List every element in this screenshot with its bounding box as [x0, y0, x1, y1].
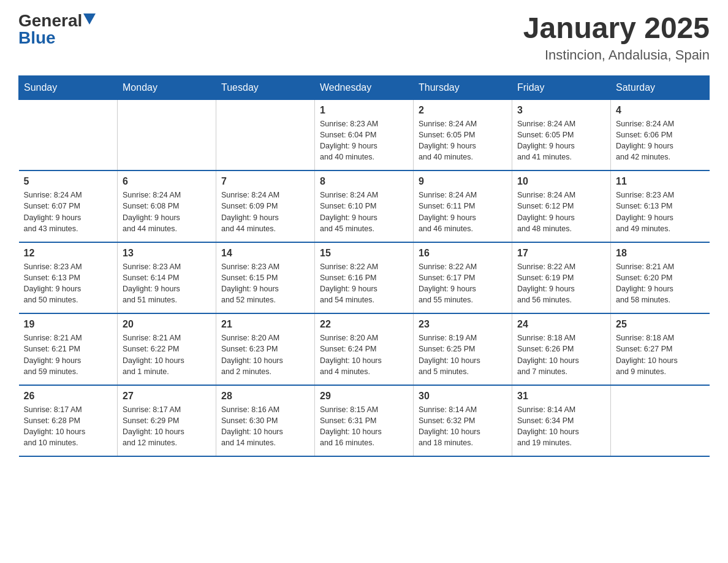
day-info: Sunrise: 8:24 AMSunset: 6:08 PMDaylight:… [123, 190, 211, 234]
day-number: 18 [616, 248, 705, 259]
day-info: Sunrise: 8:15 AMSunset: 6:31 PMDaylight:… [320, 404, 408, 449]
day-info: Sunrise: 8:24 AMSunset: 6:07 PMDaylight:… [24, 190, 113, 234]
calendar-cell: 28Sunrise: 8:16 AMSunset: 6:30 PMDayligh… [216, 385, 315, 457]
day-info: Sunrise: 8:21 AMSunset: 6:21 PMDaylight:… [24, 332, 113, 377]
day-number: 13 [123, 248, 211, 259]
calendar-cell: 27Sunrise: 8:17 AMSunset: 6:29 PMDayligh… [118, 385, 216, 457]
day-number: 16 [419, 248, 507, 259]
day-info: Sunrise: 8:20 AMSunset: 6:23 PMDaylight:… [221, 332, 309, 377]
day-info: Sunrise: 8:23 AMSunset: 6:13 PMDaylight:… [616, 190, 705, 234]
calendar-cell: 31Sunrise: 8:14 AMSunset: 6:34 PMDayligh… [512, 385, 611, 457]
calendar-cell: 23Sunrise: 8:19 AMSunset: 6:25 PMDayligh… [414, 313, 512, 385]
calendar-cell: 14Sunrise: 8:23 AMSunset: 6:15 PMDayligh… [216, 242, 315, 314]
day-number: 9 [419, 176, 507, 187]
header-sunday: Sunday [19, 75, 118, 99]
day-info: Sunrise: 8:22 AMSunset: 6:17 PMDaylight:… [419, 261, 507, 306]
calendar-cell [118, 99, 216, 170]
calendar-cell: 8Sunrise: 8:24 AMSunset: 6:10 PMDaylight… [315, 170, 414, 242]
logo-blue-text: Blue [18, 29, 56, 47]
location-title: Instincion, Andalusia, Spain [523, 47, 710, 63]
day-info: Sunrise: 8:21 AMSunset: 6:20 PMDaylight:… [616, 261, 705, 306]
day-number: 14 [221, 248, 309, 259]
day-number: 10 [517, 176, 605, 187]
calendar-cell: 13Sunrise: 8:23 AMSunset: 6:14 PMDayligh… [118, 242, 216, 314]
day-info: Sunrise: 8:24 AMSunset: 6:10 PMDaylight:… [320, 190, 408, 234]
logo-triangle-icon [83, 13, 96, 25]
calendar-table: SundayMondayTuesdayWednesdayThursdayFrid… [18, 75, 710, 458]
day-info: Sunrise: 8:19 AMSunset: 6:25 PMDaylight:… [419, 332, 507, 377]
day-number: 22 [320, 319, 408, 330]
day-info: Sunrise: 8:23 AMSunset: 6:14 PMDaylight:… [123, 261, 211, 306]
day-number: 6 [123, 176, 211, 187]
day-info: Sunrise: 8:23 AMSunset: 6:13 PMDaylight:… [24, 261, 113, 306]
page-header: General Blue January 2025 Instincion, An… [18, 12, 710, 63]
day-number: 7 [221, 176, 309, 187]
calendar-cell: 7Sunrise: 8:24 AMSunset: 6:09 PMDaylight… [216, 170, 315, 242]
day-number: 2 [419, 105, 507, 116]
calendar-cell [19, 99, 118, 170]
day-number: 24 [517, 319, 605, 330]
day-info: Sunrise: 8:22 AMSunset: 6:16 PMDaylight:… [320, 261, 408, 306]
day-info: Sunrise: 8:14 AMSunset: 6:34 PMDaylight:… [517, 404, 605, 449]
calendar-cell: 21Sunrise: 8:20 AMSunset: 6:23 PMDayligh… [216, 313, 315, 385]
calendar-week-2: 5Sunrise: 8:24 AMSunset: 6:07 PMDaylight… [19, 170, 710, 242]
day-info: Sunrise: 8:24 AMSunset: 6:12 PMDaylight:… [517, 190, 605, 234]
day-number: 5 [24, 176, 113, 187]
day-number: 19 [24, 319, 113, 330]
day-info: Sunrise: 8:24 AMSunset: 6:09 PMDaylight:… [221, 190, 309, 234]
calendar-cell: 20Sunrise: 8:21 AMSunset: 6:22 PMDayligh… [118, 313, 216, 385]
day-info: Sunrise: 8:18 AMSunset: 6:26 PMDaylight:… [517, 332, 605, 377]
day-info: Sunrise: 8:23 AMSunset: 6:15 PMDaylight:… [221, 261, 309, 306]
calendar-week-3: 12Sunrise: 8:23 AMSunset: 6:13 PMDayligh… [19, 242, 710, 314]
day-number: 1 [320, 105, 408, 116]
day-number: 3 [517, 105, 605, 116]
day-number: 4 [616, 105, 705, 116]
day-info: Sunrise: 8:14 AMSunset: 6:32 PMDaylight:… [419, 404, 507, 449]
title-section: January 2025 Instincion, Andalusia, Spai… [523, 12, 710, 63]
day-info: Sunrise: 8:22 AMSunset: 6:19 PMDaylight:… [517, 261, 605, 306]
calendar-cell: 26Sunrise: 8:17 AMSunset: 6:28 PMDayligh… [19, 385, 118, 457]
calendar-cell: 1Sunrise: 8:23 AMSunset: 6:04 PMDaylight… [315, 99, 414, 170]
calendar-cell: 24Sunrise: 8:18 AMSunset: 6:26 PMDayligh… [512, 313, 611, 385]
calendar-cell: 29Sunrise: 8:15 AMSunset: 6:31 PMDayligh… [315, 385, 414, 457]
day-number: 21 [221, 319, 309, 330]
month-title: January 2025 [523, 12, 710, 45]
calendar-cell: 5Sunrise: 8:24 AMSunset: 6:07 PMDaylight… [19, 170, 118, 242]
day-info: Sunrise: 8:24 AMSunset: 6:05 PMDaylight:… [517, 118, 605, 163]
day-info: Sunrise: 8:18 AMSunset: 6:27 PMDaylight:… [616, 332, 705, 377]
day-info: Sunrise: 8:20 AMSunset: 6:24 PMDaylight:… [320, 332, 408, 377]
calendar-cell: 30Sunrise: 8:14 AMSunset: 6:32 PMDayligh… [414, 385, 512, 457]
header-wednesday: Wednesday [315, 75, 414, 99]
day-number: 11 [616, 176, 705, 187]
header-tuesday: Tuesday [216, 75, 315, 99]
calendar-cell: 6Sunrise: 8:24 AMSunset: 6:08 PMDaylight… [118, 170, 216, 242]
calendar-cell: 15Sunrise: 8:22 AMSunset: 6:16 PMDayligh… [315, 242, 414, 314]
logo: General Blue [18, 12, 96, 47]
calendar-cell: 12Sunrise: 8:23 AMSunset: 6:13 PMDayligh… [19, 242, 118, 314]
calendar-cell [216, 99, 315, 170]
day-number: 25 [616, 319, 705, 330]
calendar-week-4: 19Sunrise: 8:21 AMSunset: 6:21 PMDayligh… [19, 313, 710, 385]
day-number: 20 [123, 319, 211, 330]
day-number: 8 [320, 176, 408, 187]
calendar-cell: 17Sunrise: 8:22 AMSunset: 6:19 PMDayligh… [512, 242, 611, 314]
day-number: 15 [320, 248, 408, 259]
day-info: Sunrise: 8:21 AMSunset: 6:22 PMDaylight:… [123, 332, 211, 377]
calendar-cell: 3Sunrise: 8:24 AMSunset: 6:05 PMDaylight… [512, 99, 611, 170]
calendar-cell: 25Sunrise: 8:18 AMSunset: 6:27 PMDayligh… [611, 313, 710, 385]
day-number: 29 [320, 391, 408, 402]
calendar-cell: 11Sunrise: 8:23 AMSunset: 6:13 PMDayligh… [611, 170, 710, 242]
day-number: 30 [419, 391, 507, 402]
day-info: Sunrise: 8:17 AMSunset: 6:29 PMDaylight:… [123, 404, 211, 449]
day-info: Sunrise: 8:24 AMSunset: 6:05 PMDaylight:… [419, 118, 507, 163]
calendar-cell: 16Sunrise: 8:22 AMSunset: 6:17 PMDayligh… [414, 242, 512, 314]
calendar-week-1: 1Sunrise: 8:23 AMSunset: 6:04 PMDaylight… [19, 99, 710, 170]
calendar-cell: 22Sunrise: 8:20 AMSunset: 6:24 PMDayligh… [315, 313, 414, 385]
calendar-cell [611, 385, 710, 457]
header-friday: Friday [512, 75, 611, 99]
header-thursday: Thursday [414, 75, 512, 99]
day-number: 26 [24, 391, 113, 402]
logo-general-text: General [18, 12, 82, 29]
day-info: Sunrise: 8:24 AMSunset: 6:06 PMDaylight:… [616, 118, 705, 163]
day-number: 31 [517, 391, 605, 402]
